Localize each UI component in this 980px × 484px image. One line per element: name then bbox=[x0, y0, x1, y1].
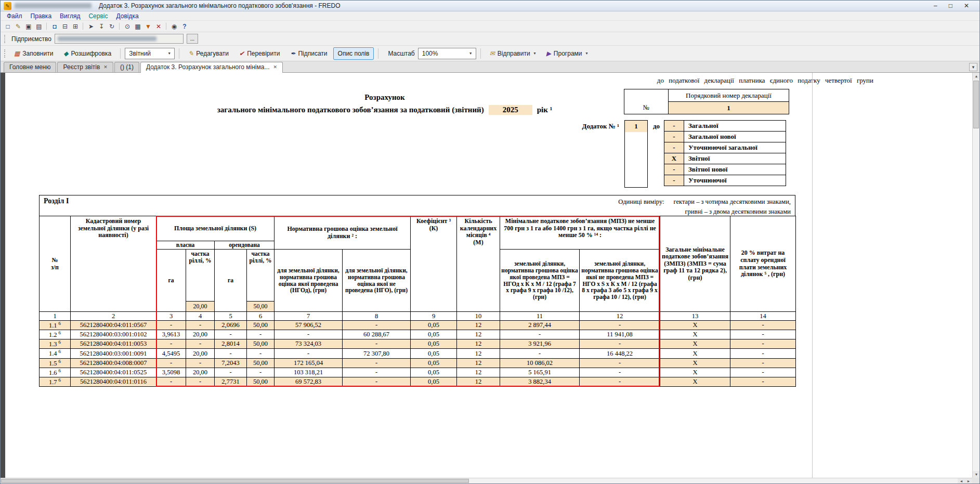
send-button[interactable]: ✉Відправити▾ bbox=[485, 47, 541, 60]
area-rented-ha-cell[interactable]: 2,0696 bbox=[215, 321, 247, 330]
area-rented-ha-cell[interactable]: 7,2043 bbox=[215, 358, 247, 368]
search-icon[interactable]: ⊙ bbox=[122, 22, 133, 31]
mpz-not-done-cell[interactable]: - bbox=[580, 368, 660, 377]
area-rented-share-cell[interactable]: 50,00 bbox=[247, 377, 275, 386]
mpz-done-cell[interactable]: 10 086,02 bbox=[500, 358, 580, 368]
edit-document-icon[interactable]: ✎ bbox=[13, 22, 23, 31]
mpz-done-cell[interactable]: 3 921,96 bbox=[500, 339, 580, 349]
mpz-done-cell[interactable]: - bbox=[500, 330, 580, 339]
tab-parens[interactable]: () (1) bbox=[114, 62, 139, 72]
close-icon[interactable]: ✕ bbox=[273, 64, 277, 70]
months-cell[interactable]: 12 bbox=[457, 368, 500, 377]
area-rented-share-cell[interactable]: - bbox=[247, 349, 275, 358]
mpz-not-done-cell[interactable]: 11 941,08 bbox=[580, 330, 660, 339]
refresh-icon[interactable]: ↻ bbox=[107, 22, 117, 31]
separator[interactable] bbox=[119, 22, 120, 30]
area-rented-ha-cell[interactable]: - bbox=[215, 349, 247, 358]
area-rented-ha-cell[interactable]: - bbox=[215, 330, 247, 339]
mpz-not-done-cell[interactable]: - bbox=[580, 377, 660, 386]
valuation-done-cell[interactable]: - bbox=[275, 330, 343, 339]
rent-expense-cell[interactable]: - bbox=[730, 377, 796, 386]
close-icon[interactable]: ✕ bbox=[103, 64, 108, 70]
area-own-share-cell[interactable]: - bbox=[186, 321, 215, 330]
valuation-not-done-cell[interactable]: 72 307,80 bbox=[343, 349, 411, 358]
tab-main-menu[interactable]: Головне меню bbox=[4, 62, 56, 72]
filter-icon[interactable]: ▼ bbox=[143, 22, 153, 31]
check-button[interactable]: ✔Перевірити bbox=[234, 47, 284, 60]
scroll-left-icon[interactable]: ◄ bbox=[958, 478, 965, 483]
area-own-ha-cell[interactable]: 3,5098 bbox=[156, 368, 186, 377]
valuation-not-done-cell[interactable]: - bbox=[343, 339, 411, 349]
area-own-ha-cell[interactable]: 4,5495 bbox=[156, 349, 186, 358]
area-rented-share-cell[interactable]: 50,00 bbox=[247, 339, 275, 349]
mpz-not-done-cell[interactable]: - bbox=[580, 358, 660, 368]
menu-item[interactable]: Файл bbox=[3, 12, 27, 20]
valuation-not-done-cell[interactable]: - bbox=[343, 368, 411, 377]
table-icon[interactable]: ▦ bbox=[133, 22, 143, 31]
table-row[interactable]: 1.66 5621280400:04:011:0525 3,5098 20,00… bbox=[40, 368, 796, 377]
horizontal-scroll-thumb[interactable] bbox=[1, 479, 469, 483]
report-type-select[interactable]: Звітний▼ bbox=[125, 48, 175, 59]
valuation-not-done-cell[interactable]: - bbox=[343, 377, 411, 386]
toolbar-grip[interactable] bbox=[4, 35, 7, 43]
valuation-done-cell[interactable]: - bbox=[275, 349, 343, 358]
scroll-down-icon[interactable]: ▼ bbox=[973, 471, 979, 478]
mpz-done-cell[interactable]: - bbox=[500, 349, 580, 358]
valuation-done-cell[interactable]: 103 318,21 bbox=[275, 368, 343, 377]
rent-expense-cell[interactable]: - bbox=[730, 349, 796, 358]
sign-button[interactable]: ✒Підписати bbox=[285, 47, 332, 60]
months-cell[interactable]: 12 bbox=[457, 358, 500, 368]
rent-expense-cell[interactable]: - bbox=[730, 368, 796, 377]
area-own-share-cell[interactable]: - bbox=[186, 339, 215, 349]
months-cell[interactable]: 12 bbox=[457, 349, 500, 358]
menu-item[interactable]: Довідка bbox=[112, 12, 142, 20]
area-own-ha-cell[interactable]: - bbox=[156, 358, 186, 368]
appendix-number-field[interactable]: 1 bbox=[625, 121, 647, 132]
valuation-done-cell[interactable]: 73 324,03 bbox=[275, 339, 343, 349]
months-cell[interactable]: 12 bbox=[457, 330, 500, 339]
area-own-ha-cell[interactable]: 3,9613 bbox=[156, 330, 186, 339]
area-own-share-cell[interactable]: 20,00 bbox=[186, 330, 215, 339]
mpz-not-done-cell[interactable]: 16 448,22 bbox=[580, 349, 660, 358]
coefficient-cell[interactable]: 0,05 bbox=[411, 368, 457, 377]
print-preview-icon[interactable]: ⊞ bbox=[70, 22, 81, 31]
area-own-share-cell[interactable]: 20,00 bbox=[186, 349, 215, 358]
horizontal-scrollbar[interactable]: ◄ ► bbox=[1, 478, 972, 483]
copy-icon[interactable]: ▣ bbox=[23, 22, 34, 31]
menu-item[interactable]: Сервіс bbox=[84, 12, 112, 20]
close-button[interactable]: ✕ bbox=[964, 3, 969, 9]
toolbar-grip[interactable] bbox=[4, 49, 7, 58]
edit-button[interactable]: ✎Редагувати bbox=[184, 47, 233, 60]
valuation-done-cell[interactable]: 57 906,52 bbox=[275, 321, 343, 330]
area-own-share-cell[interactable]: - bbox=[186, 358, 215, 368]
valuation-not-done-cell[interactable]: - bbox=[343, 321, 411, 330]
cadastral-cell[interactable]: 5621280400:03:001:0102 bbox=[71, 330, 156, 339]
menu-item[interactable]: Правка bbox=[27, 12, 56, 20]
separator[interactable] bbox=[46, 22, 47, 30]
field-description-toggle[interactable]: Опис полів bbox=[333, 47, 374, 60]
area-own-ha-cell[interactable]: - bbox=[156, 377, 186, 386]
appendix-mark-cell[interactable]: - bbox=[664, 175, 684, 186]
save-icon[interactable]: ◘ bbox=[49, 22, 60, 31]
cadastral-cell[interactable]: 5621280400:04:011:0567 bbox=[71, 321, 156, 330]
decode-button[interactable]: ◆Розшифровка bbox=[59, 47, 116, 60]
enterprise-input[interactable] bbox=[55, 34, 184, 44]
area-own-ha-cell[interactable]: - bbox=[156, 321, 186, 330]
table-row[interactable]: 1.46 5621280400:03:001:0091 4,5495 20,00… bbox=[40, 349, 796, 358]
area-rented-ha-cell[interactable]: - bbox=[215, 368, 247, 377]
appendix-mark-cell[interactable]: - bbox=[664, 132, 684, 142]
area-rented-share-cell[interactable]: - bbox=[247, 368, 275, 377]
appendix-mark-cell[interactable]: X bbox=[664, 153, 684, 164]
network-icon[interactable]: ◉ bbox=[169, 22, 179, 31]
export-icon[interactable]: ➤ bbox=[86, 22, 96, 31]
scroll-up-icon[interactable]: ▲ bbox=[973, 73, 979, 80]
area-rented-ha-cell[interactable]: 2,7731 bbox=[215, 377, 247, 386]
minimize-button[interactable]: – bbox=[934, 3, 937, 9]
area-own-share-cell[interactable]: - bbox=[186, 377, 215, 386]
mpz-done-cell[interactable]: 5 165,91 bbox=[500, 368, 580, 377]
separator[interactable] bbox=[83, 22, 84, 30]
cadastral-cell[interactable]: 5621280400:04:011:0116 bbox=[71, 377, 156, 386]
valuation-not-done-cell[interactable]: 60 288,67 bbox=[343, 330, 411, 339]
rent-expense-cell[interactable]: - bbox=[730, 330, 796, 339]
coefficient-cell[interactable]: 0,05 bbox=[411, 358, 457, 368]
